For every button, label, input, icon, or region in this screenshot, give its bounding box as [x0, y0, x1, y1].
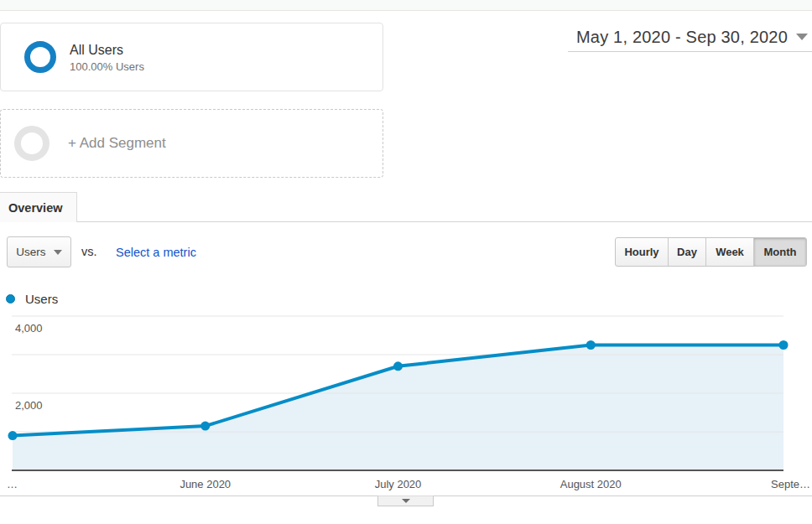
add-segment-label: + Add Segment: [68, 135, 166, 152]
x-tick-label: Septe…: [771, 478, 810, 490]
granularity-toggle-group: Hourly Day Week Month: [615, 237, 807, 267]
granularity-week-button[interactable]: Week: [706, 238, 754, 266]
segment-title: All Users: [70, 42, 144, 59]
y-tick-label: 4,000: [15, 322, 43, 335]
chevron-down-icon: [796, 34, 808, 40]
top-toolbar-strip: [0, 0, 812, 11]
x-tick-label: June 2020: [180, 478, 231, 490]
users-line-chart: 2,0004,000…June 2020July 2020August 2020…: [0, 310, 812, 496]
data-point[interactable]: [779, 340, 789, 350]
data-point[interactable]: [8, 431, 18, 440]
legend-users-label: Users: [25, 292, 58, 306]
vs-label: vs.: [81, 245, 97, 258]
data-point[interactable]: [393, 361, 403, 371]
segment-subtitle: 100.00% Users: [70, 60, 144, 73]
tab-overview[interactable]: Overview: [0, 192, 77, 222]
x-tick-label: July 2020: [375, 478, 422, 490]
granularity-month-button[interactable]: Month: [754, 238, 806, 266]
chevron-down-icon: [54, 250, 62, 255]
segment-card-all-users[interactable]: All Users 100.00% Users: [0, 23, 383, 91]
granularity-day-button[interactable]: Day: [669, 238, 706, 266]
data-point[interactable]: [586, 340, 596, 350]
chevron-down-icon: [402, 499, 410, 503]
users-series-dot-icon: [6, 294, 15, 304]
segment-circle-icon: [24, 41, 56, 73]
x-tick-label: August 2020: [560, 478, 622, 490]
chart-legend: Users: [6, 292, 58, 306]
select-metric-link[interactable]: Select a metric: [116, 246, 196, 259]
add-segment-button[interactable]: + Add Segment: [0, 109, 383, 178]
x-tick-label: …: [7, 478, 18, 490]
metric-dropdown-label: Users: [16, 246, 45, 258]
data-point[interactable]: [200, 422, 210, 431]
y-tick-label: 2,000: [15, 399, 43, 412]
tab-divider-line: [77, 221, 812, 222]
date-range-value: May 1, 2020 - Sep 30, 2020: [576, 28, 788, 47]
date-range-selector[interactable]: May 1, 2020 - Sep 30, 2020: [568, 23, 812, 52]
metric-dropdown[interactable]: Users: [7, 236, 71, 267]
tab-overview-label: Overview: [8, 201, 63, 215]
chart-expander-button[interactable]: [377, 495, 434, 506]
granularity-hourly-button[interactable]: Hourly: [616, 238, 669, 266]
empty-segment-circle-icon: [14, 126, 49, 161]
analytics-audience-overview-screen: All Users 100.00% Users May 1, 2020 - Se…: [0, 0, 812, 524]
